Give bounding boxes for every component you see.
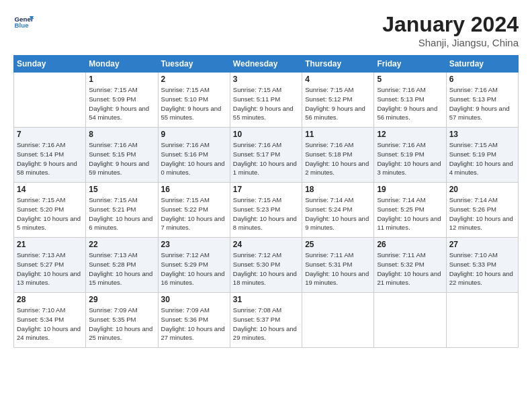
- table-row: 14Sunrise: 7:15 AM Sunset: 5:20 PM Dayli…: [14, 183, 86, 238]
- day-number: 8: [89, 130, 154, 139]
- table-row: 3Sunrise: 7:15 AM Sunset: 5:11 PM Daylig…: [230, 73, 302, 128]
- table-row: 30Sunrise: 7:09 AM Sunset: 5:36 PM Dayli…: [158, 293, 230, 348]
- table-row: 12Sunrise: 7:16 AM Sunset: 5:19 PM Dayli…: [374, 128, 446, 183]
- day-info: Sunrise: 7:12 AM Sunset: 5:30 PM Dayligh…: [233, 250, 299, 287]
- table-row: 23Sunrise: 7:12 AM Sunset: 5:29 PM Dayli…: [158, 238, 230, 293]
- day-info: Sunrise: 7:14 AM Sunset: 5:26 PM Dayligh…: [449, 195, 515, 232]
- day-info: Sunrise: 7:16 AM Sunset: 5:18 PM Dayligh…: [305, 140, 371, 177]
- day-info: Sunrise: 7:15 AM Sunset: 5:20 PM Dayligh…: [17, 195, 83, 232]
- day-number: 1: [89, 75, 154, 84]
- col-monday: Monday: [86, 56, 158, 73]
- day-info: Sunrise: 7:16 AM Sunset: 5:16 PM Dayligh…: [161, 140, 227, 177]
- day-info: Sunrise: 7:09 AM Sunset: 5:36 PM Dayligh…: [161, 306, 227, 342]
- table-row: [374, 293, 446, 348]
- day-info: Sunrise: 7:15 AM Sunset: 5:21 PM Dayligh…: [89, 195, 154, 232]
- table-row: 22Sunrise: 7:13 AM Sunset: 5:28 PM Dayli…: [86, 238, 158, 293]
- day-number: 6: [449, 75, 515, 84]
- day-info: Sunrise: 7:09 AM Sunset: 5:35 PM Dayligh…: [89, 306, 154, 342]
- day-number: 28: [17, 295, 83, 304]
- table-row: 8Sunrise: 7:16 AM Sunset: 5:15 PM Daylig…: [86, 128, 158, 183]
- calendar-week-row: 28Sunrise: 7:10 AM Sunset: 5:34 PM Dayli…: [14, 293, 519, 348]
- day-number: 9: [161, 130, 227, 139]
- page: General Blue January 2024 Shanji, Jiangs…: [0, 0, 532, 411]
- calendar-week-row: 14Sunrise: 7:15 AM Sunset: 5:20 PM Dayli…: [14, 183, 519, 238]
- day-number: 15: [89, 185, 154, 194]
- day-number: 13: [449, 130, 515, 139]
- day-info: Sunrise: 7:12 AM Sunset: 5:29 PM Dayligh…: [161, 250, 227, 287]
- day-info: Sunrise: 7:15 AM Sunset: 5:23 PM Dayligh…: [233, 195, 299, 232]
- table-row: [446, 293, 518, 348]
- table-row: [14, 73, 86, 128]
- day-number: 16: [161, 185, 227, 194]
- table-row: 18Sunrise: 7:14 AM Sunset: 5:24 PM Dayli…: [302, 183, 374, 238]
- calendar-week-row: 21Sunrise: 7:13 AM Sunset: 5:27 PM Dayli…: [14, 238, 519, 293]
- day-number: 26: [377, 240, 443, 249]
- table-row: 21Sunrise: 7:13 AM Sunset: 5:27 PM Dayli…: [14, 238, 86, 293]
- col-saturday: Saturday: [446, 56, 518, 73]
- table-row: 11Sunrise: 7:16 AM Sunset: 5:18 PM Dayli…: [302, 128, 374, 183]
- day-number: 17: [233, 185, 299, 194]
- day-number: 29: [89, 295, 154, 304]
- day-info: Sunrise: 7:16 AM Sunset: 5:17 PM Dayligh…: [233, 140, 299, 177]
- day-number: 19: [377, 185, 443, 194]
- col-tuesday: Tuesday: [158, 56, 230, 73]
- day-number: 3: [233, 75, 299, 84]
- table-row: 10Sunrise: 7:16 AM Sunset: 5:17 PM Dayli…: [230, 128, 302, 183]
- table-row: 13Sunrise: 7:15 AM Sunset: 5:19 PM Dayli…: [446, 128, 518, 183]
- calendar-week-row: 1Sunrise: 7:15 AM Sunset: 5:09 PM Daylig…: [14, 73, 519, 128]
- day-number: 4: [305, 75, 371, 84]
- day-info: Sunrise: 7:10 AM Sunset: 5:34 PM Dayligh…: [17, 306, 83, 342]
- day-info: Sunrise: 7:11 AM Sunset: 5:31 PM Dayligh…: [305, 250, 371, 287]
- day-info: Sunrise: 7:14 AM Sunset: 5:25 PM Dayligh…: [377, 195, 443, 232]
- day-number: 7: [17, 130, 83, 139]
- day-number: 22: [89, 240, 154, 249]
- table-row: 19Sunrise: 7:14 AM Sunset: 5:25 PM Dayli…: [374, 183, 446, 238]
- table-row: 15Sunrise: 7:15 AM Sunset: 5:21 PM Dayli…: [86, 183, 158, 238]
- day-info: Sunrise: 7:10 AM Sunset: 5:33 PM Dayligh…: [449, 250, 515, 287]
- table-row: 29Sunrise: 7:09 AM Sunset: 5:35 PM Dayli…: [86, 293, 158, 348]
- title-block: January 2024 Shanji, Jiangsu, China: [382, 12, 519, 48]
- col-thursday: Thursday: [302, 56, 374, 73]
- table-row: 26Sunrise: 7:11 AM Sunset: 5:32 PM Dayli…: [374, 238, 446, 293]
- day-number: 10: [233, 130, 299, 139]
- table-row: 17Sunrise: 7:15 AM Sunset: 5:23 PM Dayli…: [230, 183, 302, 238]
- logo: General Blue: [13, 12, 36, 32]
- table-row: 31Sunrise: 7:08 AM Sunset: 5:37 PM Dayli…: [230, 293, 302, 348]
- table-row: 7Sunrise: 7:16 AM Sunset: 5:14 PM Daylig…: [14, 128, 86, 183]
- logo-icon: General Blue: [13, 12, 34, 32]
- day-number: 31: [233, 295, 299, 304]
- col-friday: Friday: [374, 56, 446, 73]
- table-row: 1Sunrise: 7:15 AM Sunset: 5:09 PM Daylig…: [86, 73, 158, 128]
- table-row: 20Sunrise: 7:14 AM Sunset: 5:26 PM Dayli…: [446, 183, 518, 238]
- header: General Blue January 2024 Shanji, Jiangs…: [13, 12, 519, 48]
- day-info: Sunrise: 7:08 AM Sunset: 5:37 PM Dayligh…: [233, 306, 299, 342]
- day-info: Sunrise: 7:15 AM Sunset: 5:09 PM Dayligh…: [89, 85, 154, 122]
- day-number: 25: [305, 240, 371, 249]
- table-row: 2Sunrise: 7:15 AM Sunset: 5:10 PM Daylig…: [158, 73, 230, 128]
- location: Shanji, Jiangsu, China: [382, 37, 519, 48]
- table-row: 28Sunrise: 7:10 AM Sunset: 5:34 PM Dayli…: [14, 293, 86, 348]
- col-wednesday: Wednesday: [230, 56, 302, 73]
- day-number: 18: [305, 185, 371, 194]
- table-row: 24Sunrise: 7:12 AM Sunset: 5:30 PM Dayli…: [230, 238, 302, 293]
- table-row: 16Sunrise: 7:15 AM Sunset: 5:22 PM Dayli…: [158, 183, 230, 238]
- day-number: 30: [161, 295, 227, 304]
- day-info: Sunrise: 7:15 AM Sunset: 5:22 PM Dayligh…: [161, 195, 227, 232]
- day-number: 21: [17, 240, 83, 249]
- calendar-header-row: Sunday Monday Tuesday Wednesday Thursday…: [14, 56, 519, 73]
- day-info: Sunrise: 7:15 AM Sunset: 5:12 PM Dayligh…: [305, 85, 371, 122]
- calendar: Sunday Monday Tuesday Wednesday Thursday…: [13, 55, 519, 348]
- month-title: January 2024: [382, 12, 519, 37]
- day-number: 27: [449, 240, 515, 249]
- day-number: 11: [305, 130, 371, 139]
- day-info: Sunrise: 7:11 AM Sunset: 5:32 PM Dayligh…: [377, 250, 443, 287]
- day-info: Sunrise: 7:15 AM Sunset: 5:11 PM Dayligh…: [233, 85, 299, 122]
- table-row: 4Sunrise: 7:15 AM Sunset: 5:12 PM Daylig…: [302, 73, 374, 128]
- day-info: Sunrise: 7:15 AM Sunset: 5:19 PM Dayligh…: [449, 140, 515, 177]
- day-number: 5: [377, 75, 443, 84]
- table-row: 9Sunrise: 7:16 AM Sunset: 5:16 PM Daylig…: [158, 128, 230, 183]
- table-row: 25Sunrise: 7:11 AM Sunset: 5:31 PM Dayli…: [302, 238, 374, 293]
- day-number: 2: [161, 75, 227, 84]
- day-number: 14: [17, 185, 83, 194]
- day-info: Sunrise: 7:15 AM Sunset: 5:10 PM Dayligh…: [161, 85, 227, 122]
